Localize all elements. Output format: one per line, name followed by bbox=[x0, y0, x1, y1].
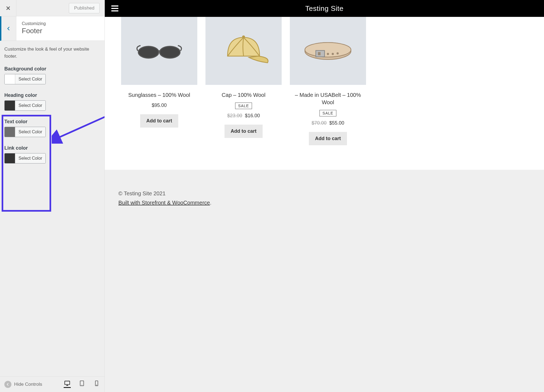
color-swatch bbox=[5, 74, 15, 84]
sidebar-body: Customize the look & feel of your websit… bbox=[0, 41, 105, 376]
color-swatch bbox=[5, 153, 15, 163]
footer-copyright: © Testing Site 2021 bbox=[118, 189, 530, 198]
product-image[interactable] bbox=[121, 17, 197, 85]
mobile-icon bbox=[94, 380, 100, 386]
svg-rect-17 bbox=[318, 52, 320, 55]
svg-point-20 bbox=[337, 53, 338, 54]
product-price-row: $23.00$16.00 bbox=[205, 113, 282, 119]
chevron-left-circle-icon bbox=[4, 381, 11, 388]
menu-button[interactable] bbox=[111, 5, 118, 11]
color-control-label: Heading color bbox=[4, 92, 100, 98]
site-footer: © Testing Site 2021 Built with Storefron… bbox=[105, 170, 544, 392]
color-control: Background colorSelect Color bbox=[4, 66, 100, 85]
site-title[interactable]: Testing Site bbox=[118, 4, 530, 13]
color-control-label: Text color bbox=[4, 119, 100, 125]
product-title[interactable]: – Made in USABelt – 100% Wool bbox=[290, 91, 366, 106]
desktop-icon bbox=[64, 380, 70, 386]
close-icon bbox=[5, 5, 11, 11]
device-preview-switcher bbox=[64, 381, 100, 388]
published-button[interactable]: Published bbox=[69, 3, 100, 13]
sidebar-top-bar: Published bbox=[0, 0, 105, 16]
color-picker[interactable]: Select Color bbox=[4, 127, 46, 137]
product-card: Cap – 100% WoolSALE$23.00$16.00Add to ca… bbox=[205, 17, 282, 145]
color-picker[interactable]: Select Color bbox=[4, 153, 46, 163]
product-title[interactable]: Sunglasses – 100% Wool bbox=[121, 91, 197, 99]
device-mobile-button[interactable] bbox=[93, 381, 100, 388]
svg-point-13 bbox=[242, 36, 245, 38]
product-price: $55.00 bbox=[329, 120, 344, 126]
product-title[interactable]: Cap – 100% Wool bbox=[205, 91, 282, 99]
breadcrumb: Customizing Footer bbox=[0, 16, 105, 41]
color-picker[interactable]: Select Color bbox=[4, 100, 46, 111]
product-card: – Made in USABelt – 100% WoolSALE$70.00$… bbox=[290, 17, 366, 145]
products-row: Sunglasses – 100% Wool$95.00Add to cartC… bbox=[105, 17, 544, 145]
sale-badge: SALE bbox=[235, 103, 252, 109]
product-old-price: $23.00 bbox=[227, 113, 242, 118]
back-button[interactable] bbox=[1, 16, 16, 41]
select-color-button[interactable]: Select Color bbox=[15, 153, 45, 163]
device-tablet-button[interactable] bbox=[78, 381, 85, 388]
close-button[interactable] bbox=[0, 0, 16, 16]
add-to-cart-button[interactable]: Add to cart bbox=[140, 114, 178, 128]
select-color-button[interactable]: Select Color bbox=[15, 127, 45, 137]
svg-point-9 bbox=[97, 385, 97, 385]
footer-credit-suffix: . bbox=[210, 200, 211, 206]
add-to-cart-button[interactable]: Add to cart bbox=[225, 125, 262, 138]
svg-point-11 bbox=[160, 46, 180, 58]
footer-credit-link[interactable]: Built with Storefront & WooCommerce bbox=[118, 200, 210, 206]
product-image[interactable] bbox=[205, 17, 282, 85]
hide-controls-label: Hide Controls bbox=[14, 382, 42, 387]
select-color-button[interactable]: Select Color bbox=[15, 101, 45, 110]
hide-controls-button[interactable]: Hide Controls bbox=[4, 381, 42, 388]
sale-badge: SALE bbox=[319, 110, 336, 116]
add-to-cart-button[interactable]: Add to cart bbox=[309, 132, 347, 145]
product-price-row: $95.00 bbox=[121, 103, 197, 108]
customizer-sidebar: Published Customizing Footer Customize t… bbox=[0, 0, 105, 392]
site-header: Testing Site bbox=[105, 0, 544, 17]
sidebar-footer-toolbar: Hide Controls bbox=[0, 376, 105, 392]
svg-rect-3 bbox=[65, 381, 70, 385]
color-control-label: Link color bbox=[4, 145, 100, 151]
product-price: $95.00 bbox=[152, 103, 167, 108]
section-description: Customize the look & feel of your websit… bbox=[4, 46, 100, 60]
color-control: Link colorSelect Color bbox=[4, 145, 100, 165]
breadcrumb-text: Customizing Footer bbox=[16, 16, 105, 41]
color-picker[interactable]: Select Color bbox=[4, 74, 46, 84]
product-card: Sunglasses – 100% Wool$95.00Add to cart bbox=[121, 17, 197, 145]
color-control: Text colorSelect Color bbox=[4, 119, 100, 138]
tablet-icon bbox=[79, 380, 85, 386]
svg-point-18 bbox=[327, 53, 328, 54]
color-control-label: Background color bbox=[4, 66, 100, 72]
color-control: Heading colorSelect Color bbox=[4, 92, 100, 112]
site-preview: Testing Site Sunglasses – 100% Wool$95.0… bbox=[105, 0, 544, 392]
device-desktop-button[interactable] bbox=[64, 381, 71, 388]
svg-point-10 bbox=[139, 46, 159, 58]
product-old-price: $70.00 bbox=[312, 120, 327, 126]
breadcrumb-label: Customizing bbox=[22, 21, 99, 26]
svg-point-19 bbox=[332, 53, 333, 54]
select-color-button[interactable]: Select Color bbox=[15, 74, 45, 84]
product-image[interactable] bbox=[290, 17, 366, 85]
breadcrumb-title: Footer bbox=[22, 27, 99, 35]
color-swatch bbox=[5, 100, 15, 111]
chevron-left-icon bbox=[6, 26, 11, 31]
product-price: $16.00 bbox=[245, 113, 260, 118]
color-swatch bbox=[5, 127, 15, 137]
product-price-row: $70.00$55.00 bbox=[290, 120, 366, 126]
